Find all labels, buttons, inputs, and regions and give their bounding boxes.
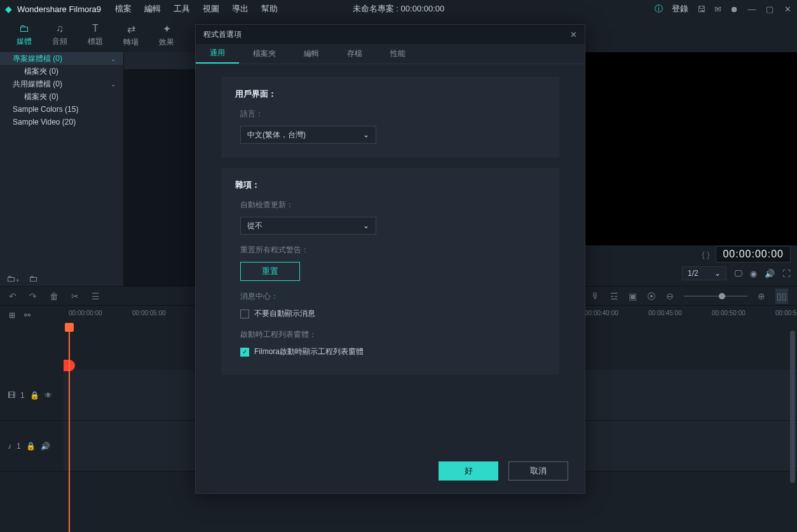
fullscreen-icon[interactable]: ⛶	[782, 269, 791, 278]
startup-checkbox-row[interactable]: ✓Filmora啟動時顯示工程列表窗體	[240, 346, 545, 357]
update-label: 自動檢查更新：	[240, 200, 545, 210]
zoom-fit-icon[interactable]: ▯▯	[775, 289, 788, 304]
menu-file[interactable]: 檔案	[115, 3, 132, 15]
chevron-down-icon: ⌄	[363, 130, 369, 139]
update-select[interactable]: 從不⌄	[240, 217, 376, 235]
tab-general[interactable]: 通用	[196, 44, 239, 64]
zoom-slider[interactable]	[684, 296, 747, 297]
transition-icon: ⇄	[127, 23, 135, 35]
checkbox-checked-icon[interactable]: ✓	[240, 348, 249, 357]
video-track-head[interactable]: 🎞1🔒👁	[0, 370, 64, 421]
info-icon[interactable]: ⓘ	[655, 3, 663, 15]
adjust-icon[interactable]: ☰	[92, 291, 100, 301]
menu-view[interactable]: 視圖	[203, 3, 219, 15]
folder-icon[interactable]: 🗀	[29, 273, 37, 283]
preview-timecode: 00:00:00:00	[716, 246, 791, 263]
monitor-icon[interactable]: 🖵	[734, 269, 742, 278]
language-label: 語言：	[240, 109, 545, 119]
speaker-icon[interactable]: 🔊	[41, 442, 50, 451]
split-icon[interactable]: ✂	[71, 291, 79, 301]
video-track-icon: 🎞	[8, 391, 15, 400]
audio-track-head[interactable]: ♪1🔒🔊	[0, 421, 64, 472]
volume-icon[interactable]: 🔊	[765, 269, 775, 278]
dialog-footer: 好 取消	[196, 452, 585, 490]
checkbox-unchecked-icon[interactable]	[240, 310, 249, 318]
lock-icon[interactable]: 🔒	[26, 442, 36, 451]
chevron-down-icon: ⌄	[111, 81, 116, 88]
dialog-close-icon[interactable]: ✕	[570, 30, 577, 39]
text-icon: T	[92, 23, 99, 34]
maximize-button[interactable]: ▢	[765, 4, 774, 14]
close-button[interactable]: ✕	[783, 4, 792, 14]
folder-icon: 🗀	[19, 23, 29, 34]
section-ui-title: 用戶界面：	[235, 88, 545, 100]
audio-track-icon: ♪	[8, 442, 11, 451]
eye-icon[interactable]: 👁	[44, 391, 52, 400]
tab-transition[interactable]: ⇄轉場	[113, 18, 149, 52]
preview-panel: { } 00:00:00:00 1/2⌄ 🖵 ◉ 🔊 ⛶	[562, 52, 797, 286]
music-icon: ♫	[56, 23, 64, 34]
braces-icon[interactable]: { }	[702, 250, 709, 259]
mail-icon[interactable]: ✉	[714, 4, 721, 14]
camera-icon[interactable]: ◉	[750, 269, 757, 278]
tab-title[interactable]: T標題	[78, 18, 113, 52]
sidebar-item-folder-1[interactable]: 檔案夾 (0)	[0, 65, 123, 78]
tab-media[interactable]: 🗀媒體	[6, 18, 42, 52]
dialog-titlebar: 程式首選項 ✕	[196, 25, 585, 44]
tab-editing[interactable]: 編輯	[290, 44, 333, 64]
mic-icon[interactable]: ⏺	[730, 4, 739, 14]
preferences-dialog: 程式首選項 ✕ 通用 檔案夾 編輯 存檔 性能 用戶界面： 語言： 中文(繁体，…	[195, 24, 585, 494]
vertical-scrollbar[interactable]	[790, 331, 795, 483]
msg-checkbox-row[interactable]: 不要自動顯示消息	[240, 308, 545, 319]
title-bar: ◆ Wondershare Filmora9 檔案 編輯 工具 視圖 導出 幫助…	[0, 0, 797, 18]
voice-icon[interactable]: 🎙	[591, 291, 600, 301]
minimize-button[interactable]: —	[747, 4, 756, 14]
tab-audio[interactable]: ♫音頻	[42, 18, 78, 52]
reset-label: 重置所有程式警告：	[240, 245, 545, 256]
sidebar-item-project-media[interactable]: 專案媒體檔 (0)⌄	[0, 52, 123, 65]
sidebar-item-sample-video[interactable]: Sample Video (20)	[0, 116, 123, 128]
ok-button[interactable]: 好	[439, 461, 498, 481]
zoom-out-icon[interactable]: ⊖	[666, 291, 674, 301]
media-sidebar: 專案媒體檔 (0)⌄ 檔案夾 (0) 共用媒體檔 (0)⌄ 檔案夾 (0) Sa…	[0, 52, 124, 286]
msg-center-label: 消息中心：	[240, 291, 545, 302]
tab-effect[interactable]: ✦效果	[149, 18, 184, 52]
menu-edit[interactable]: 編輯	[144, 3, 161, 15]
sidebar-item-shared-media[interactable]: 共用媒體檔 (0)⌄	[0, 78, 123, 90]
chevron-down-icon: ⌄	[363, 221, 369, 230]
chevron-down-icon: ⌄	[111, 55, 116, 62]
undo-icon[interactable]: ↶	[9, 291, 17, 301]
app-title: Wondershare Filmora9	[17, 4, 101, 14]
add-folder-icon[interactable]: 🗀₊	[6, 273, 20, 283]
dialog-title: 程式首選項	[203, 29, 242, 40]
mixer-icon[interactable]: ☲	[610, 291, 618, 301]
zoom-in-icon[interactable]: ⊕	[758, 291, 765, 301]
menu-help[interactable]: 幫助	[261, 3, 278, 15]
reset-button[interactable]: 重置	[240, 262, 300, 281]
menu-tools[interactable]: 工具	[174, 3, 190, 15]
tab-folders[interactable]: 檔案夾	[239, 44, 290, 64]
preview-scale-select[interactable]: 1/2⌄	[682, 266, 726, 280]
save-icon[interactable]: 🖫	[697, 4, 705, 14]
sidebar-item-sample-colors[interactable]: Sample Colors (15)	[0, 103, 123, 116]
link-icon[interactable]: ⚯	[24, 311, 31, 320]
menu-export[interactable]: 導出	[232, 3, 249, 15]
tab-performance[interactable]: 性能	[376, 44, 419, 64]
add-track-icon[interactable]: ⊞	[9, 311, 15, 320]
login-button[interactable]: 登錄	[672, 3, 688, 15]
dialog-tabs: 通用 檔案夾 編輯 存檔 性能	[196, 44, 585, 64]
chevron-down-icon: ⌄	[714, 269, 721, 278]
cancel-button[interactable]: 取消	[508, 461, 568, 481]
startup-label: 啟動時工程列表窗體：	[240, 329, 545, 340]
tab-save[interactable]: 存檔	[333, 44, 376, 64]
playhead[interactable]	[69, 324, 70, 532]
language-select[interactable]: 中文(繁体，台灣)⌄	[240, 126, 376, 144]
lock-icon[interactable]: 🔒	[30, 391, 39, 400]
sparkle-icon: ✦	[163, 23, 171, 35]
redo-icon[interactable]: ↷	[29, 291, 37, 301]
section-misc: 雜項： 自動檢查更新： 從不⌄ 重置所有程式警告： 重置 消息中心： 不要自動顯…	[221, 168, 559, 375]
sidebar-item-folder-2[interactable]: 檔案夾 (0)	[0, 90, 123, 103]
record-icon[interactable]: ⦿	[647, 291, 656, 301]
delete-icon[interactable]: 🗑	[50, 291, 58, 301]
render-icon[interactable]: ▣	[629, 291, 637, 301]
